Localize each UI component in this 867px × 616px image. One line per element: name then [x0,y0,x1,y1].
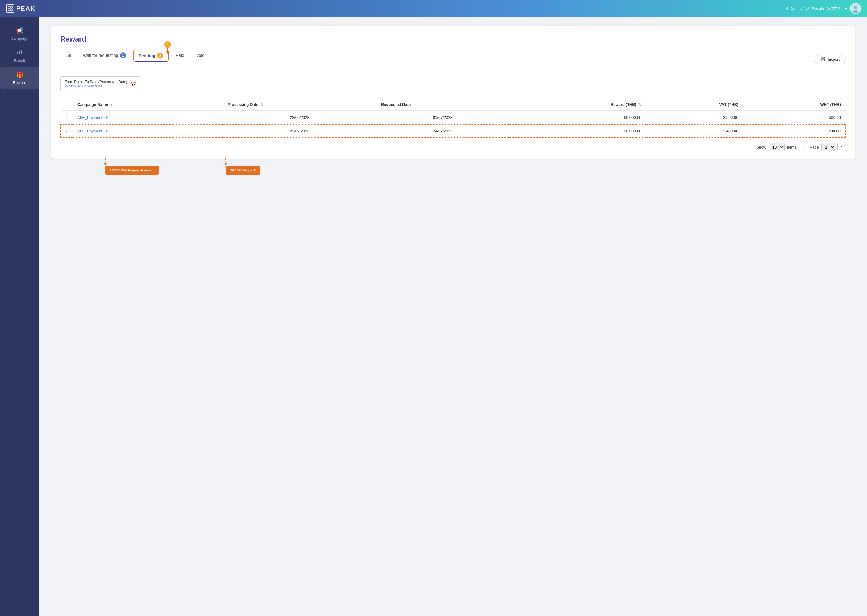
row-processing-date-2: 23/07/2023 [223,124,376,138]
header: PEAK สำนักงานบัญชี Finspire (VAT7%) ▾ [0,0,867,17]
card: Reward All Wait for requesting 1 [51,26,855,159]
row-reward-2: 20,000.00 [509,124,646,138]
tab-wait[interactable]: Wait for requesting 1 [77,49,132,62]
table-wrap: Campaign Name ▾ Processing Date ⇅ Reques… [60,99,846,138]
chevron-down-icon[interactable]: ▾ [845,6,847,11]
sidebar-label-result: Result [14,58,25,63]
reward-icon: 🎁 [16,71,24,79]
tab-paid-label: Paid [176,53,184,58]
sidebar-item-result[interactable]: Result [0,45,39,67]
tab-wait-label: Wait for requesting [83,53,118,58]
tab-all[interactable]: All [60,50,77,61]
items-label: Items [787,145,796,149]
company-name: สำนักงานบัญชี Finspire (VAT7%) [786,5,842,12]
row-campaign-1[interactable]: AFF_Payment001 [73,111,223,124]
export-button[interactable]: Export [815,54,846,64]
row-wht-1: 500.00 [743,111,846,124]
tab-void-label: Void [196,53,204,58]
header-right: สำนักงานบัญชี Finspire (VAT7%) ▾ [786,3,861,14]
tab-pending[interactable]: Pending 2 [133,50,169,62]
annotation-arrow-1 [102,157,109,167]
campaign-sort-icon[interactable]: ▾ [110,103,112,107]
layout: 📢 Campaign Result 🎁 Reward Reward [0,17,867,616]
result-icon [17,49,22,57]
campaign-icon: 📢 [16,27,24,34]
svg-rect-2 [8,9,10,11]
sidebar: 📢 Campaign Result 🎁 Reward [0,17,39,616]
tab-actions: Export [815,54,846,64]
table-row: 1 AFF_Payment001 23/06/2023 01/07/2023 5… [60,111,846,124]
logo-box [6,4,14,13]
page-label: Page [810,145,819,149]
svg-rect-8 [19,51,20,55]
tab-void[interactable]: Void [190,50,210,61]
sidebar-label-reward: Reward [13,80,27,85]
per-page-select[interactable]: 10 20 50 [769,143,785,151]
col-vat: VAT (THB) [646,99,743,111]
row-num-1: 1 [60,111,73,124]
row-reward-1: 50,000.00 [509,111,646,124]
prev-page-button[interactable]: ‹ [799,143,807,151]
sidebar-item-reward[interactable]: 🎁 Reward [0,67,39,89]
col-campaign: Campaign Name ▾ [73,99,223,111]
processing-sort-icon[interactable]: ⇅ [261,103,263,107]
col-reward: Reward (THB) ⇅ [509,99,646,111]
annotation-label-1: รายการที่กด Request Payment [106,166,159,175]
tab-pending-badge: 2 [157,53,163,59]
row-campaign-2[interactable]: AFF_Payment001 [73,124,223,138]
badge-4: 4 [164,41,171,48]
tab-wait-badge: 1 [120,52,126,58]
annotations: รายการที่กด Request Payment วันที่กด "Re… [51,160,855,184]
export-icon [821,57,826,62]
table-header-row: Campaign Name ▾ Processing Date ⇅ Reques… [60,99,846,111]
table-row: 2 AFF_Payment001 23/07/2023 24/07/2023 2… [60,124,846,138]
sidebar-label-campaign: Campaign [11,36,28,41]
row-requested-date-1: 01/07/2023 [376,111,509,124]
logo-text: PEAK [16,5,36,12]
calendar-icon: 📅 [130,81,136,87]
date-filter-value: 27/05/2023-27/06/2023 [65,84,127,88]
tab-paid[interactable]: Paid [170,50,190,61]
date-filter-label: From Date - To Date (Processing Date) [65,80,127,84]
col-wht: WHT (THB) [743,99,846,111]
tabs: All Wait for requesting 1 Pending 2 [60,49,210,62]
row-requested-date-2: 24/07/2023 [376,124,509,138]
row-wht-2: 200.00 [743,124,846,138]
svg-marker-12 [225,163,227,166]
reward-table: Campaign Name ▾ Processing Date ⇅ Reques… [60,99,846,138]
page-title: Reward [60,35,846,43]
col-processing-date: Processing Date ⇅ [223,99,376,111]
date-filter-content: From Date - To Date (Processing Date) 27… [65,80,127,88]
main-content: Reward All Wait for requesting 1 [39,17,867,616]
tab-pending-wrapper: Pending 2 4 [133,50,169,62]
row-num-2: 2 [60,124,73,138]
sidebar-item-campaign[interactable]: 📢 Campaign [0,23,39,45]
row-processing-date-1: 23/06/2023 [223,111,376,124]
show-label: Show [756,145,766,149]
annotation-arrow-2 [223,157,229,167]
svg-rect-1 [11,6,13,8]
svg-rect-7 [17,52,18,55]
page-select[interactable]: 1 [821,143,835,151]
arrow-down-icon [165,48,171,54]
svg-rect-3 [11,9,13,11]
svg-rect-0 [8,6,10,8]
avatar[interactable] [850,3,861,14]
annotation-label-2: วันที่กด "Request" [226,166,260,175]
row-vat-2: 1,400.00 [646,124,743,138]
avatar-image [851,3,861,14]
col-requested-date: Requested Date [376,99,509,111]
arrow-annotation-4: 4 [164,41,171,54]
tab-all-label: All [66,53,71,58]
logo: PEAK [6,4,36,13]
reward-sort-icon[interactable]: ⇅ [639,103,642,107]
tab-pending-label: Pending [139,53,155,58]
tabs-row: All Wait for requesting 1 Pending 2 [60,49,846,69]
date-filter[interactable]: From Date - To Date (Processing Date) 27… [60,76,141,91]
pagination: Show 10 20 50 Items ‹ Page 1 › [60,138,846,152]
next-page-button[interactable]: › [837,143,846,151]
svg-marker-11 [104,163,107,166]
row-vat-1: 3,500.00 [646,111,743,124]
export-label: Export [828,57,840,62]
svg-point-5 [854,6,857,9]
